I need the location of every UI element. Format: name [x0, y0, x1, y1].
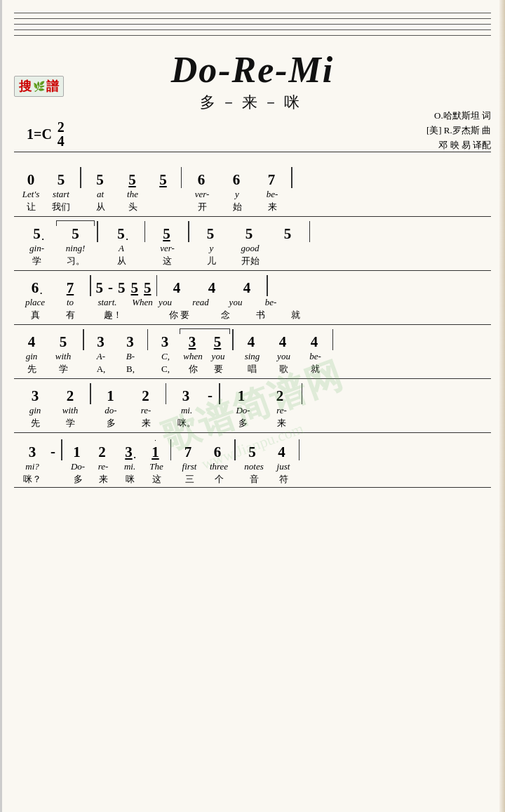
lyr-be: be-	[255, 189, 290, 200]
note-5d: 5	[148, 172, 179, 188]
lyr-re2: re-	[262, 405, 301, 416]
cn-jiu: 就	[278, 309, 313, 321]
system-2: 5. 5 5. 5	[14, 216, 491, 269]
note-1c: 1	[65, 444, 90, 460]
credit-line1: O.哈默斯坦 词	[426, 109, 491, 124]
music-content: 0 5 5 5 5	[14, 152, 491, 488]
cn-xian: 先	[18, 363, 46, 375]
note-5g: 5	[230, 226, 269, 242]
credit-line2: [美] R.罗杰斯 曲	[426, 124, 491, 138]
lyr-do3: Do-	[65, 461, 90, 472]
cn-zhen: 真	[18, 309, 53, 321]
key-time-area: 1=C 2 4	[27, 120, 491, 148]
cn-a: A,	[86, 364, 116, 375]
lyr-the: the	[117, 189, 148, 200]
logo-text-red: 搜	[19, 78, 32, 95]
cn-yin: 音	[239, 473, 269, 486]
logo-leaf-icon: 🌿	[33, 81, 45, 93]
cn-tou: 头	[117, 201, 148, 213]
cn-ge: 个	[204, 473, 234, 486]
bar-15	[88, 383, 93, 404]
lyrics-eng-1: Let's start at the ver- y be-	[14, 188, 491, 201]
note-0: 0	[18, 172, 44, 188]
system-6: 3 - 1 2 3. · 1 7	[14, 432, 491, 488]
lyr-with: with	[46, 351, 81, 362]
lyrics-eng-4: gin with A- B- C, when you sing you be-	[14, 350, 491, 363]
note-3c: 3	[150, 334, 180, 350]
note-7-ul: 7	[53, 280, 88, 296]
note-7a: 7	[254, 172, 289, 188]
bar-5	[142, 221, 148, 242]
lyrics-cn-6: 咪？ 多 来 咪 这 三 个 音 符	[14, 473, 491, 486]
cn-rang: 让	[18, 201, 44, 213]
note-2d: 2	[90, 444, 115, 460]
bar-13	[230, 329, 236, 350]
bar-2	[179, 167, 184, 188]
note-5-dot-b: 5.	[100, 226, 142, 242]
lyr-let: Let's	[18, 189, 44, 200]
cn-zhe: 这	[148, 255, 187, 267]
bar-6	[186, 221, 191, 242]
time-top: 2	[58, 120, 65, 134]
note-5f: 5	[191, 226, 230, 242]
lyrics-eng-5: gin with do- re- mi. Do- re-	[14, 404, 491, 417]
bar-14	[330, 329, 336, 350]
dash-2: -	[203, 387, 217, 404]
bracket-notes	[180, 328, 230, 334]
key-signature: 1=C	[27, 126, 52, 142]
dash-1: -	[106, 279, 115, 296]
note-5j: 5	[46, 334, 81, 350]
cn-ge: 歌	[268, 363, 299, 375]
cn-ni2: 你	[180, 363, 206, 375]
staff-line-4	[14, 29, 491, 30]
cn-cong2: 从	[100, 255, 142, 267]
lyr-when: When	[132, 297, 153, 308]
cn-fu: 符	[269, 473, 298, 486]
left-border	[0, 0, 2, 812]
note-3-dot-ul: 3.	[115, 444, 143, 460]
bar-19	[59, 439, 65, 460]
lyr-re3: re-	[90, 461, 116, 472]
lyr-gin3: gin	[18, 405, 53, 416]
lyr-y: y	[220, 189, 255, 200]
bar-18	[299, 383, 305, 404]
note-4b: 4	[194, 280, 229, 296]
note-1b: 1	[222, 388, 261, 404]
cn-c: C,	[151, 364, 180, 375]
lyr-just: just	[269, 461, 298, 472]
cn-mi3: 咪	[116, 473, 144, 486]
cn-xian2: 先	[18, 417, 53, 430]
note-3d: 3	[18, 388, 53, 404]
cn-you: 有	[53, 309, 88, 321]
lyr-you3: you	[206, 351, 231, 362]
note-5c: 5	[117, 172, 148, 188]
note-6-dot: 6.	[18, 280, 53, 296]
page: Do-Re-Mi 多－来－咪 搜 🌿 譜 O.哈默斯坦 词 [美] R.罗杰斯 …	[0, 0, 505, 812]
note-3-ul: 3	[180, 334, 205, 350]
bar-4	[95, 221, 100, 242]
lyr-you2: you	[218, 297, 253, 308]
lyr-mi: mi.	[169, 405, 204, 416]
time-signature: 2 4	[58, 120, 65, 148]
system-1: 0 5 5 5 5	[14, 152, 491, 215]
lyr-c-comma: C,	[151, 351, 180, 362]
lyr-y2: y	[192, 243, 231, 254]
lyr-be3: be-	[253, 297, 288, 308]
bar-17	[217, 383, 222, 404]
note-4c: 4	[229, 280, 264, 296]
credits: O.哈默斯坦 词 [美] R.罗杰斯 曲 邓 映 易 译配	[426, 109, 491, 152]
staff-line-1	[14, 13, 491, 13]
lyr-three: three	[204, 461, 234, 472]
cn-xue2: 学	[46, 363, 81, 375]
note-3a: 3	[86, 334, 116, 350]
cn-lai: 来	[128, 417, 163, 430]
note-5-dot-a: 5.	[18, 226, 56, 242]
lyr-to: to	[53, 297, 88, 308]
dash-3: -	[47, 443, 59, 460]
note-7b: 7	[173, 444, 203, 460]
note-3f: 3	[18, 444, 47, 460]
lyr-a: A	[100, 243, 142, 254]
lyr-re: re-	[128, 405, 163, 416]
note-4f: 4	[267, 334, 299, 350]
lyr-gin2: gin	[18, 351, 46, 362]
